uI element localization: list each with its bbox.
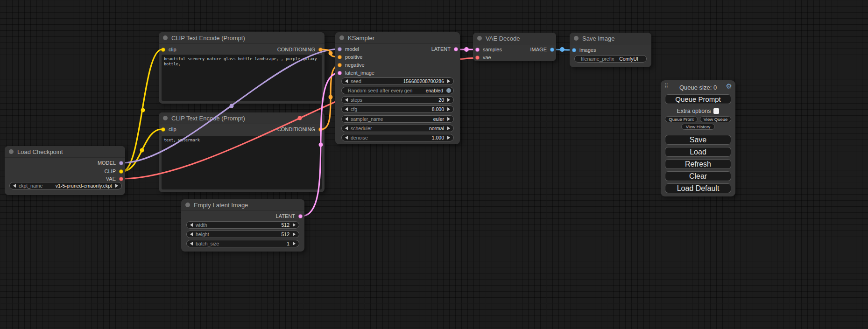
- increment-arrow-icon[interactable]: [447, 117, 450, 121]
- seed-widget[interactable]: seed 156680208700286: [341, 77, 454, 85]
- decrement-arrow-icon[interactable]: [190, 242, 193, 245]
- prompt-text-input[interactable]: text, watermark: [162, 136, 322, 189]
- decrement-arrow-icon[interactable]: [345, 98, 348, 102]
- conditioning-port-dot-icon[interactable]: [318, 127, 323, 132]
- cfg-widget[interactable]: cfg 8.000: [341, 105, 454, 113]
- clip-port-dot-icon[interactable]: [119, 169, 123, 174]
- increment-arrow-icon[interactable]: [447, 79, 450, 83]
- node-ksampler[interactable]: KSampler model positive negative latent_…: [335, 32, 460, 144]
- settings-gear-icon[interactable]: [726, 83, 732, 90]
- node-titlebar[interactable]: VAE Decode: [473, 33, 556, 44]
- output-port-conditioning[interactable]: CONDITIONING: [277, 126, 323, 133]
- output-port-latent[interactable]: LATENT: [276, 213, 303, 219]
- output-port-conditioning[interactable]: CONDITIONING: [277, 46, 323, 53]
- extra-options-checkbox[interactable]: [713, 108, 719, 114]
- queue-prompt-button[interactable]: Queue Prompt: [665, 94, 731, 104]
- width-widget[interactable]: width 512: [186, 221, 299, 229]
- steps-widget[interactable]: steps 20: [341, 96, 454, 104]
- increment-arrow-icon[interactable]: [447, 107, 450, 111]
- input-port-model[interactable]: model: [338, 46, 359, 52]
- input-port-clip[interactable]: clip: [161, 46, 176, 53]
- input-port-positive[interactable]: positive: [338, 54, 362, 60]
- node-titlebar[interactable]: KSampler: [335, 32, 460, 44]
- batch-size-widget[interactable]: batch_size 1: [186, 240, 299, 247]
- comfyui-canvas[interactable]: { "type_colors": { "MODEL": "#B39DDB", "…: [0, 0, 868, 329]
- latent-port-dot-icon[interactable]: [338, 71, 342, 75]
- conditioning-port-dot-icon[interactable]: [338, 63, 342, 67]
- collapse-dot-icon[interactable]: [163, 35, 168, 40]
- output-port-model[interactable]: MODEL: [98, 160, 123, 166]
- node-load-checkpoint[interactable]: Load Checkpoint MODEL CLIP VAE ckpt_name…: [5, 146, 125, 195]
- node-titlebar[interactable]: Save Image: [570, 33, 651, 44]
- height-widget[interactable]: height 512: [186, 231, 299, 238]
- model-port-dot-icon[interactable]: [119, 161, 123, 165]
- increment-arrow-icon[interactable]: [293, 242, 296, 245]
- increment-arrow-icon[interactable]: [115, 184, 118, 188]
- input-port-negative[interactable]: negative: [338, 62, 365, 68]
- latent-port-dot-icon[interactable]: [475, 48, 480, 52]
- collapse-dot-icon[interactable]: [477, 36, 482, 41]
- scheduler-widget[interactable]: scheduler normal: [341, 125, 454, 132]
- node-empty-latent-image[interactable]: Empty Latent Image LATENT width 512 heig…: [181, 199, 304, 252]
- collapse-dot-icon[interactable]: [9, 149, 14, 154]
- collapse-dot-icon[interactable]: [339, 35, 344, 40]
- node-titlebar[interactable]: Load Checkpoint: [5, 146, 125, 158]
- refresh-button[interactable]: Refresh: [665, 159, 731, 169]
- node-titlebar[interactable]: CLIP Text Encode (Prompt): [159, 112, 325, 124]
- clear-button[interactable]: Clear: [665, 171, 731, 181]
- ckpt-name-widget[interactable]: ckpt_name v1-5-pruned-emaonly.ckpt: [9, 182, 122, 189]
- random-seed-toggle-widget[interactable]: Random seed after every gen enabled: [341, 87, 454, 94]
- decrement-arrow-icon[interactable]: [190, 232, 193, 236]
- link-clip-to-negative-prompt[interactable]: [122, 129, 162, 171]
- image-port-dot-icon[interactable]: [572, 48, 576, 52]
- decrement-arrow-icon[interactable]: [345, 126, 348, 130]
- view-queue-button[interactable]: View Queue: [700, 116, 731, 122]
- node-titlebar[interactable]: CLIP Text Encode (Prompt): [159, 32, 325, 44]
- vae-port-dot-icon[interactable]: [475, 56, 480, 60]
- node-titlebar[interactable]: Empty Latent Image: [181, 199, 304, 211]
- increment-arrow-icon[interactable]: [293, 223, 296, 227]
- input-port-latent-image[interactable]: latent_image: [338, 70, 374, 76]
- latent-port-dot-icon[interactable]: [454, 47, 458, 51]
- node-clip-text-encode-positive[interactable]: CLIP Text Encode (Prompt) clip CONDITION…: [159, 32, 325, 104]
- decrement-arrow-icon[interactable]: [13, 184, 16, 188]
- vae-port-dot-icon[interactable]: [119, 177, 123, 181]
- image-port-dot-icon[interactable]: [550, 48, 554, 52]
- increment-arrow-icon[interactable]: [447, 126, 450, 130]
- load-button[interactable]: Load: [665, 147, 731, 157]
- decrement-arrow-icon[interactable]: [345, 107, 348, 111]
- input-port-clip[interactable]: clip: [161, 126, 176, 133]
- clip-port-dot-icon[interactable]: [161, 127, 165, 132]
- input-port-vae[interactable]: vae: [475, 54, 491, 61]
- collapse-dot-icon[interactable]: [185, 203, 190, 207]
- collapse-dot-icon[interactable]: [574, 36, 579, 41]
- save-button[interactable]: Save: [665, 135, 731, 145]
- toggle-dot-icon[interactable]: [446, 88, 451, 93]
- decrement-arrow-icon[interactable]: [345, 136, 348, 140]
- collapse-dot-icon[interactable]: [163, 116, 168, 120]
- node-save-image[interactable]: Save Image images filename_prefix ComfyU…: [570, 33, 651, 67]
- queue-front-button[interactable]: Queue Front: [665, 116, 698, 122]
- input-port-samples[interactable]: samples: [475, 46, 502, 53]
- load-default-button[interactable]: Load Default: [665, 183, 731, 193]
- output-port-latent[interactable]: LATENT: [431, 46, 458, 52]
- node-vae-decode[interactable]: VAE Decode samples vae IMAGE: [473, 33, 556, 61]
- prompt-text-input[interactable]: beautiful scenery nature glass bottle la…: [162, 55, 322, 101]
- clip-port-dot-icon[interactable]: [161, 48, 165, 52]
- link-clip-to-positive-prompt[interactable]: [122, 49, 162, 171]
- sampler-name-widget[interactable]: sampler_name euler: [341, 115, 454, 123]
- conditioning-port-dot-icon[interactable]: [338, 55, 342, 59]
- conditioning-port-dot-icon[interactable]: [318, 48, 323, 52]
- model-port-dot-icon[interactable]: [338, 47, 342, 51]
- latent-port-dot-icon[interactable]: [298, 214, 303, 218]
- output-port-clip[interactable]: CLIP: [105, 168, 123, 175]
- denoise-widget[interactable]: denoise 1.000: [341, 134, 454, 141]
- increment-arrow-icon[interactable]: [447, 136, 450, 140]
- increment-arrow-icon[interactable]: [447, 98, 450, 102]
- input-port-images[interactable]: images: [572, 47, 596, 53]
- output-port-vae[interactable]: VAE: [106, 175, 123, 182]
- node-clip-text-encode-negative[interactable]: CLIP Text Encode (Prompt) clip CONDITION…: [159, 112, 325, 192]
- decrement-arrow-icon[interactable]: [345, 117, 348, 121]
- view-history-button[interactable]: View History: [681, 124, 715, 130]
- filename-prefix-widget[interactable]: filename_prefix ComfyUI: [574, 55, 647, 63]
